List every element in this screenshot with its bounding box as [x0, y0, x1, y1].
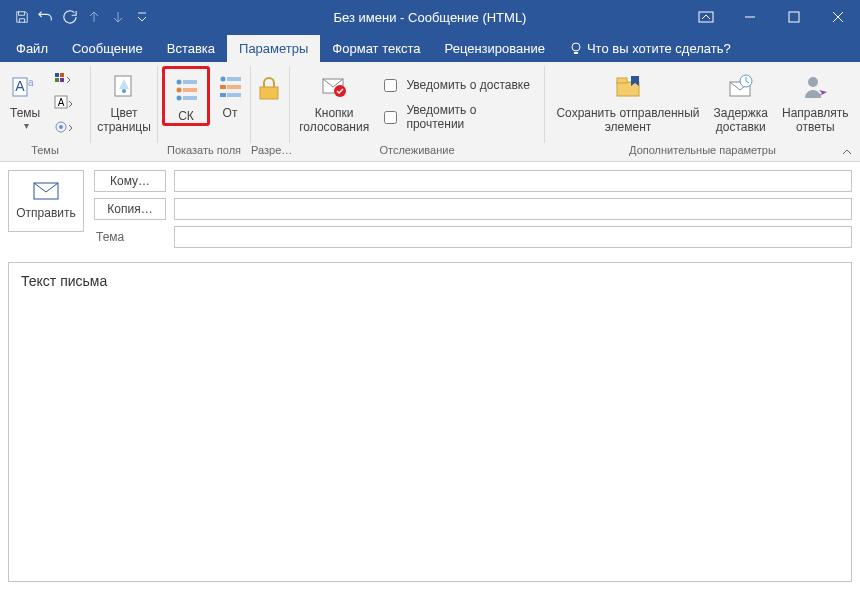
tab-insert[interactable]: Вставка: [155, 35, 227, 62]
direct-replies-button[interactable]: Направлять ответы: [776, 66, 855, 134]
voting-buttons[interactable]: Кнопки голосования: [294, 66, 374, 134]
themes-button[interactable]: Aa Темы ▾: [4, 66, 46, 131]
themes-icon: Aa: [10, 70, 40, 104]
prev-item-icon: [82, 5, 106, 29]
svg-rect-23: [227, 77, 241, 81]
to-field[interactable]: [174, 170, 852, 192]
from-button[interactable]: От: [214, 66, 246, 120]
svg-rect-6: [55, 73, 59, 77]
tell-me[interactable]: Что вы хотите сделать?: [557, 35, 743, 62]
send-button[interactable]: Отправить: [8, 170, 84, 232]
to-button[interactable]: Кому…: [94, 170, 166, 192]
svg-rect-28: [260, 87, 278, 99]
ribbon-display-icon[interactable]: [684, 0, 728, 34]
svg-text:A: A: [15, 78, 25, 94]
redo-icon[interactable]: [58, 5, 82, 29]
svg-rect-0: [699, 12, 713, 22]
direct-replies-icon: [801, 70, 829, 104]
svg-point-2: [572, 43, 580, 51]
group-permissions: Разре…: [251, 62, 289, 161]
page-color-icon: [110, 70, 138, 104]
bcc-highlight: СК: [162, 66, 210, 126]
svg-rect-31: [617, 82, 639, 96]
svg-rect-9: [60, 78, 64, 82]
svg-rect-7: [60, 73, 64, 77]
save-icon[interactable]: [10, 5, 34, 29]
from-icon: [217, 70, 243, 104]
next-item-icon: [106, 5, 130, 29]
delivery-receipt-checkbox[interactable]: Уведомить о доставке: [374, 72, 540, 98]
read-receipt-checkbox[interactable]: Уведомить о прочтении: [374, 104, 540, 130]
svg-point-20: [177, 96, 182, 101]
svg-rect-27: [227, 93, 241, 97]
tab-review[interactable]: Рецензирование: [433, 35, 557, 62]
theme-effects-button[interactable]: [50, 116, 78, 138]
group-show-fields: СК От Показать поля: [158, 62, 250, 161]
svg-point-15: [122, 89, 126, 93]
close-icon[interactable]: [816, 0, 860, 34]
svg-point-22: [221, 77, 226, 82]
permissions-icon: [258, 72, 282, 106]
group-more-options: Сохранить отправленный элемент Задержка …: [545, 62, 860, 161]
tab-file[interactable]: Файл: [4, 35, 60, 62]
save-sent-item-button[interactable]: Сохранить отправленный элемент: [550, 66, 705, 134]
svg-rect-25: [227, 85, 241, 89]
svg-rect-1: [789, 12, 799, 22]
svg-point-35: [808, 77, 818, 87]
chevron-down-icon: ▾: [24, 120, 29, 131]
svg-rect-19: [183, 88, 197, 92]
svg-rect-32: [617, 78, 627, 83]
voting-icon: [320, 70, 348, 104]
svg-rect-24: [220, 85, 226, 89]
subject-label: Тема: [94, 230, 166, 244]
ribbon-tabs: Файл Сообщение Вставка Параметры Формат …: [0, 34, 860, 62]
group-themes: Aa Темы ▾ A Темы: [0, 62, 90, 161]
title-bar: Без имени - Сообщение (HTML): [0, 0, 860, 34]
subject-field[interactable]: [174, 226, 852, 248]
bcc-icon: [173, 73, 199, 107]
svg-rect-8: [55, 78, 59, 82]
svg-rect-21: [183, 96, 197, 100]
svg-rect-17: [183, 80, 197, 84]
page-color-button[interactable]: Цвет страницы: [95, 66, 153, 134]
bcc-button[interactable]: СК: [168, 71, 204, 123]
send-icon: [33, 182, 59, 200]
cc-field[interactable]: [174, 198, 852, 220]
tab-format[interactable]: Формат текста: [320, 35, 432, 62]
lightbulb-icon: [569, 42, 583, 56]
svg-point-13: [59, 125, 63, 129]
ribbon: Aa Темы ▾ A Темы: [0, 62, 860, 162]
collapse-ribbon-icon[interactable]: [840, 145, 854, 159]
svg-point-18: [177, 88, 182, 93]
message-body[interactable]: Текст письма: [8, 262, 852, 582]
window-controls: [684, 0, 860, 34]
undo-icon[interactable]: [34, 5, 58, 29]
svg-text:a: a: [28, 77, 34, 88]
permissions-button[interactable]: [255, 66, 285, 106]
theme-colors-button[interactable]: [50, 68, 78, 90]
minimize-icon[interactable]: [728, 0, 772, 34]
qat-customize-icon[interactable]: [130, 5, 154, 29]
quick-access-toolbar: [0, 0, 154, 34]
group-tracking: Кнопки голосования Уведомить о доставке …: [290, 62, 544, 161]
delay-delivery-button[interactable]: Задержка доставки: [708, 66, 775, 134]
theme-fonts-button[interactable]: A: [50, 92, 78, 114]
svg-point-16: [177, 80, 182, 85]
delay-delivery-icon: [727, 70, 755, 104]
svg-text:A: A: [58, 97, 65, 108]
compose-area: Отправить Кому… Копия… Тема Текст письма: [0, 162, 860, 590]
tab-message[interactable]: Сообщение: [60, 35, 155, 62]
save-sent-icon: [613, 70, 643, 104]
tab-options[interactable]: Параметры: [227, 35, 320, 62]
cc-button[interactable]: Копия…: [94, 198, 166, 220]
maximize-icon[interactable]: [772, 0, 816, 34]
svg-rect-26: [220, 93, 226, 97]
group-page-color: Цвет страницы: [91, 62, 157, 161]
